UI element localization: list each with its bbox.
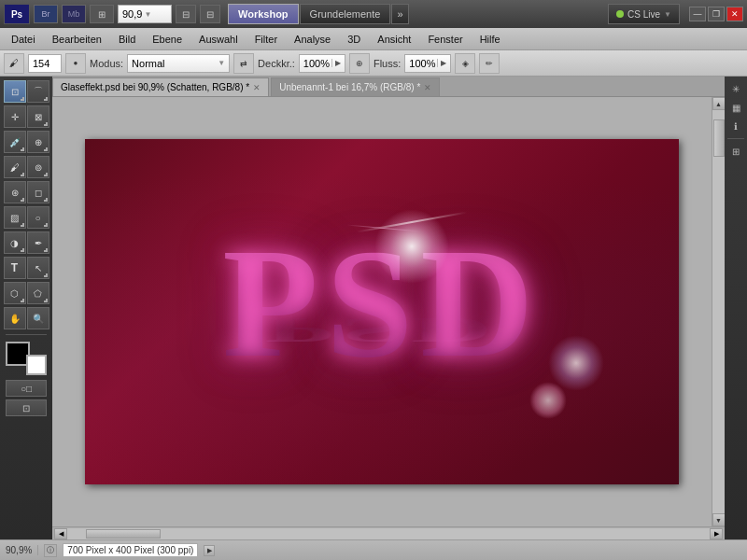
path-select-tool[interactable]: ↖	[27, 257, 49, 279]
airbrush-icon[interactable]: ⊕	[349, 53, 370, 74]
panel-separator	[727, 138, 744, 139]
brush-preset-btn[interactable]: ●	[65, 53, 86, 74]
spot-heal-tool[interactable]: ⊕	[27, 131, 49, 153]
ps-logo: Ps	[4, 4, 30, 24]
opacity-input[interactable]: 100% ▶	[299, 54, 345, 73]
close-btn[interactable]: ✕	[726, 7, 743, 21]
minibridge-icon[interactable]: Mb	[62, 5, 86, 23]
layout-icon-1[interactable]: ⊟	[176, 5, 196, 23]
brush-tool[interactable]: 🖌	[4, 156, 26, 178]
dodge-tool[interactable]: ◑	[4, 231, 26, 254]
menu-analyse[interactable]: Analyse	[287, 30, 338, 49]
menu-auswahl[interactable]: Auswahl	[191, 30, 246, 49]
zoom-tool[interactable]: 🔍	[27, 307, 49, 329]
cslive-btn[interactable]: CS Live ▼	[608, 4, 680, 24]
menu-fenster[interactable]: Fenster	[420, 30, 470, 49]
pen-tool[interactable]: ✒	[27, 231, 49, 254]
gradient-tool[interactable]: ▨	[4, 206, 26, 229]
tab-unbenannt-close[interactable]: ✕	[424, 83, 431, 92]
tab-unbenannt-label: Unbenannt-1 bei 16,7% (RGB/8) *	[279, 82, 420, 92]
color-swatch-area	[6, 342, 47, 375]
minimize-btn[interactable]: —	[689, 7, 706, 21]
mode-select[interactable]: Normal ▼	[127, 54, 230, 73]
scroll-down-btn[interactable]: ▼	[712, 513, 726, 526]
grundelemente-btn[interactable]: Grundelemente	[300, 4, 391, 24]
eyedropper-tool[interactable]: 💉	[4, 131, 26, 153]
flow-input[interactable]: 100% ▶	[404, 54, 451, 73]
menu-ansicht[interactable]: Ansicht	[370, 30, 418, 49]
history-tool[interactable]: ⊛	[4, 181, 26, 203]
flow-label: Fluss:	[374, 58, 401, 69]
bridge-icon[interactable]: Br	[34, 5, 58, 23]
pressure-icon[interactable]: ◈	[455, 53, 475, 74]
hand-tool[interactable]: ✋	[4, 307, 26, 329]
scroll-left-btn[interactable]: ◀	[54, 528, 67, 539]
eraser-tool[interactable]: ◻	[27, 181, 49, 203]
toolbar-separator	[6, 334, 47, 335]
brush-size-input[interactable]: 154	[28, 54, 62, 73]
canvas-area: PSD PSD	[52, 97, 712, 526]
zoom-combo[interactable]: 90,9 ▼	[118, 5, 172, 23]
menu-bearbeiten[interactable]: Bearbeiten	[45, 30, 109, 49]
scroll-thumb[interactable]	[713, 119, 725, 157]
canvas-row: PSD PSD ▲	[52, 97, 725, 526]
main-area: ⊡ ⌒ ✛ ⊠ 💉 ⊕ 🖌 ⊚ ⊛	[0, 77, 747, 539]
tab-glaseffekt-close[interactable]: ✕	[253, 83, 261, 92]
stamp-tool[interactable]: ⊚	[27, 156, 49, 178]
background-color[interactable]	[26, 355, 47, 375]
quick-mask-btn[interactable]: ○□	[6, 380, 47, 397]
menu-filter[interactable]: Filter	[247, 30, 285, 49]
layout-icon-2[interactable]: ⊟	[200, 5, 220, 23]
eyedropper-group: 💉 ⊕	[2, 131, 50, 153]
workspace-buttons: Workshop Grundelemente »	[228, 4, 409, 24]
tab-unbenannt[interactable]: Unbenannt-1 bei 16,7% (RGB/8) * ✕	[271, 77, 440, 96]
h-scroll-track	[67, 528, 710, 539]
arrange-icon[interactable]: ⊞	[90, 5, 114, 23]
status-arrow-btn[interactable]: ▶	[204, 545, 215, 556]
crop-tool[interactable]: ⊠	[27, 105, 49, 128]
status-info-btn[interactable]: ⓘ	[44, 544, 57, 557]
menu-hilfe[interactable]: Hilfe	[472, 30, 508, 49]
text-tool[interactable]: T	[4, 257, 26, 279]
mode-icon[interactable]: ⇄	[233, 53, 254, 74]
opacity-arrow-icon: ▶	[331, 59, 341, 67]
polygon-tool[interactable]: ⬠	[27, 282, 49, 304]
scroll-right-btn[interactable]: ▶	[710, 528, 723, 539]
workshop-btn[interactable]: Workshop	[228, 4, 299, 24]
screen-mode-btn[interactable]: ⊡	[6, 399, 47, 416]
shape-tool[interactable]: ⬡	[4, 282, 26, 304]
menu-datei[interactable]: Datei	[4, 30, 43, 49]
h-scroll-thumb[interactable]	[86, 529, 161, 539]
menu-ebene[interactable]: Ebene	[145, 30, 190, 49]
mode-arrow-icon: ▼	[218, 59, 225, 67]
marquee-tool[interactable]: ⊡	[4, 80, 26, 103]
histogram-btn[interactable]: ▦	[727, 99, 744, 116]
maximize-btn[interactable]: ❐	[708, 7, 725, 21]
options-bar: 🖌 154 ● Modus: Normal ▼ ⇄ Deckkr.: 100% …	[0, 50, 747, 77]
info-btn[interactable]: ℹ	[727, 118, 744, 134]
vertical-scrollbar[interactable]: ▲ ▼	[712, 97, 725, 526]
move-tool[interactable]: ✛	[4, 105, 26, 128]
scroll-up-btn[interactable]: ▲	[712, 97, 726, 110]
mode-value: Normal	[132, 58, 164, 69]
more-workspaces-btn[interactable]: »	[391, 4, 408, 24]
tablet-icon[interactable]: ✏	[479, 53, 500, 74]
right-panel: ✳ ▦ ℹ ⊞	[725, 77, 747, 539]
dodge-group: ◑ ✒	[2, 231, 50, 254]
doc-tabs: Glaseffekt.psd bei 90,9% (Schatten, RGB/…	[52, 77, 725, 97]
psd-canvas: PSD PSD	[85, 139, 679, 484]
blur-tool[interactable]: ○	[27, 206, 49, 229]
lasso-tool[interactable]: ⌒	[27, 80, 49, 103]
tab-glaseffekt[interactable]: Glaseffekt.psd bei 90,9% (Schatten, RGB/…	[52, 77, 269, 96]
history-group: ⊛ ◻	[2, 181, 50, 203]
layers-btn[interactable]: ⊞	[727, 143, 744, 160]
brush-tool-icon[interactable]: 🖌	[4, 53, 24, 74]
text-group: T ↖	[2, 257, 50, 279]
cslive-label: CS Live	[627, 9, 660, 20]
menu-3d[interactable]: 3D	[340, 30, 368, 49]
rotate-view-btn[interactable]: ✳	[727, 80, 744, 97]
menu-bild[interactable]: Bild	[111, 30, 143, 49]
move-group: ✛ ⊠	[2, 105, 50, 128]
shape-group: ⬡ ⬠	[2, 282, 50, 304]
menu-bar: Datei Bearbeiten Bild Ebene Auswahl Filt…	[0, 28, 747, 50]
